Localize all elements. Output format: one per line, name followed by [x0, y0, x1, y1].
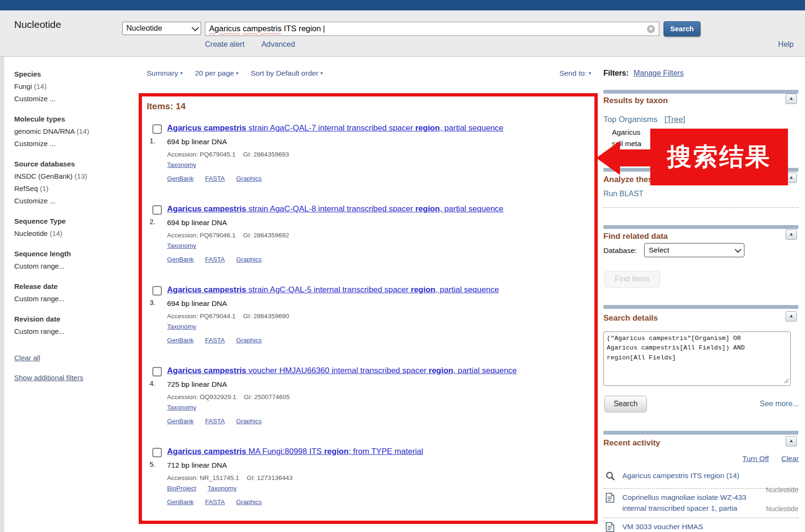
recent-item-link[interactable]: Agaricus campestris ITS region (14) — [622, 470, 798, 481]
taxonomy-link[interactable]: Taxonomy — [167, 242, 196, 249]
sidebar-section-heading: Source databases — [14, 158, 130, 170]
recent-activity-heading: Recent activity — [603, 438, 660, 448]
sidebar-filter-item[interactable]: Nucleotide (14) — [14, 227, 130, 240]
genbank-link[interactable]: GenBank — [167, 256, 194, 263]
result-item: 5. Agaricus campestris MA Fungi:80998 IT… — [142, 446, 592, 515]
related-database-select[interactable]: Select — [644, 243, 744, 257]
sidebar-section-heading: Release date — [14, 280, 130, 293]
sidebar-filter-item[interactable]: Custom range... — [14, 325, 130, 338]
result-item: 2. Agaricus campestris strain AgaC-QAL-8… — [142, 204, 592, 272]
result-checkbox[interactable] — [152, 205, 162, 215]
result-meta: 725 bp linear DNA — [167, 380, 592, 389]
show-additional-filters-link[interactable]: Show additional filters — [14, 372, 130, 384]
result-title-link[interactable]: Agaricus campestris strain AgC-QAL-5 int… — [167, 285, 592, 295]
organism-item[interactable]: soil meta — [612, 140, 641, 148]
tree-link[interactable]: [Tree] — [664, 115, 685, 124]
advanced-link[interactable]: Advanced — [261, 40, 295, 48]
result-title-link[interactable]: Agaricus campestris strain AgaC-QAL-7 in… — [167, 123, 592, 133]
search-input[interactable]: Agaricus campestris ITS region | ✕ — [205, 22, 659, 36]
search-details-heading: Search details — [603, 314, 658, 323]
analyze-heading: Analyze these sequences — [603, 175, 701, 184]
genbank-link[interactable]: GenBank — [167, 498, 194, 506]
sidebar-section-heading: Revision date — [14, 313, 130, 325]
result-title-link[interactable]: Agaricus campestris voucher HMJAU66360 i… — [167, 366, 592, 376]
graphics-link[interactable]: Graphics — [236, 256, 262, 263]
search-details-textarea[interactable]: ("Agaricus campestris"[Organism] OR Agar… — [603, 331, 791, 386]
search-details-search-button[interactable]: Search — [604, 396, 647, 412]
fasta-link[interactable]: FASTA — [205, 175, 225, 182]
sidebar-filter-item[interactable]: Customize ... — [14, 138, 130, 150]
fasta-link[interactable]: FASTA — [205, 256, 225, 263]
clear-search-icon[interactable]: ✕ — [647, 25, 655, 33]
result-checkbox[interactable] — [152, 448, 162, 457]
see-more-link[interactable]: See more... — [760, 400, 799, 408]
graphics-link[interactable]: Graphics — [236, 418, 262, 425]
fasta-link[interactable]: FASTA — [205, 337, 225, 344]
gi-value: GI: 1273136443 — [247, 474, 292, 481]
sidebar-filter-item[interactable]: Customize ... — [14, 195, 130, 207]
collapse-button[interactable]: ▲ — [786, 436, 797, 446]
turn-off-link[interactable]: Turn Off — [743, 454, 769, 462]
search-icon — [605, 471, 616, 481]
sidebar-filter-item[interactable]: genomic DNA/RNA (14) — [14, 125, 130, 138]
search-button[interactable]: Search — [663, 21, 700, 36]
create-alert-link[interactable]: Create alert — [205, 40, 245, 48]
taxonomy-link[interactable]: Taxonomy — [167, 323, 196, 330]
document-icon — [605, 522, 615, 532]
collapse-button[interactable]: ▲ — [786, 94, 797, 104]
recent-item-link[interactable]: VM 3033 voucher HMAS — [622, 521, 798, 532]
clear-link[interactable]: Clear — [781, 454, 799, 462]
collapse-button[interactable]: ▲ — [786, 311, 797, 322]
sidebar-filter-item[interactable]: Custom range... — [14, 293, 130, 305]
result-item: 3. Agaricus campestris strain AgC-QAL-5 … — [142, 285, 592, 353]
items-count: Items: 14 — [147, 101, 186, 112]
accession-value: Accession: PQ679045.1 — [167, 151, 236, 158]
graphics-link[interactable]: Graphics — [236, 337, 262, 344]
genbank-link[interactable]: GenBank — [167, 337, 194, 344]
graphics-link[interactable]: Graphics — [236, 175, 262, 182]
run-blast-link[interactable]: Run BLAST — [603, 190, 643, 198]
result-links-row: GenBankFASTAGraphics — [167, 337, 592, 344]
sidebar-filter-item[interactable]: INSDC (GenBank) (13) — [14, 170, 130, 183]
triangle-down-icon: ▾ — [589, 70, 591, 76]
taxonomy-link[interactable]: Taxonomy — [167, 404, 196, 411]
per-page-dropdown[interactable]: 20 per page ▾ — [195, 69, 239, 78]
result-checkbox[interactable] — [152, 286, 162, 296]
clear-all-link[interactable]: Clear all — [14, 352, 130, 364]
genbank-link[interactable]: GenBank — [167, 418, 194, 425]
send-to-dropdown[interactable]: Send to: ▾ — [559, 69, 591, 78]
result-checkbox[interactable] — [152, 124, 162, 134]
result-links-row: Taxonomy — [167, 323, 592, 330]
fasta-link[interactable]: FASTA — [205, 498, 225, 506]
sidebar-filter-item[interactable]: Customize ... — [14, 93, 130, 105]
organism-item[interactable]: Agaricus — [612, 128, 640, 137]
result-links-row: Taxonomy — [167, 161, 592, 168]
sidebar-filter-item[interactable]: Fungi (14) — [14, 80, 130, 93]
help-link[interactable]: Help — [778, 40, 794, 49]
collapse-button[interactable]: ▲ — [786, 229, 797, 240]
taxonomy-link[interactable]: Taxonomy — [208, 485, 237, 492]
result-title-link[interactable]: Agaricus campestris MA Fungi:80998 ITS r… — [167, 446, 592, 457]
summary-dropdown[interactable]: Summary ▾ — [147, 69, 183, 78]
find-items-button[interactable]: Find items — [604, 271, 660, 288]
result-number: 3. — [150, 298, 156, 306]
taxonomy-link[interactable]: Taxonomy — [167, 161, 196, 168]
manage-filters-link[interactable]: Manage Filters — [634, 69, 684, 77]
genbank-link[interactable]: GenBank — [167, 175, 194, 182]
result-checkbox[interactable] — [152, 367, 162, 376]
database-select[interactable]: Nucleotide — [122, 22, 201, 35]
graphics-link[interactable]: Graphics — [236, 498, 262, 506]
search-word: ITS — [284, 24, 296, 33]
sidebar-filter-item[interactable]: Custom range... — [14, 260, 130, 272]
result-title-link[interactable]: Agaricus campestris strain AgaC-QAL-8 in… — [167, 204, 592, 214]
resize-handle-icon[interactable] — [783, 378, 789, 384]
sidebar-filter-item[interactable]: RefSeq (1) — [14, 183, 130, 195]
right-panel-column: Filters: Manage Filters Results by taxon… — [603, 68, 800, 532]
bioproject-link[interactable]: BioProject — [167, 485, 196, 492]
sidebar-section-heading: Sequence Type — [14, 215, 130, 227]
sort-dropdown[interactable]: Sort by Default order ▾ — [251, 69, 323, 78]
fasta-link[interactable]: FASTA — [205, 418, 225, 425]
sidebar-section-heading: Species — [14, 68, 130, 80]
section-divider — [603, 168, 798, 172]
collapse-button[interactable]: ▲ — [786, 173, 797, 183]
